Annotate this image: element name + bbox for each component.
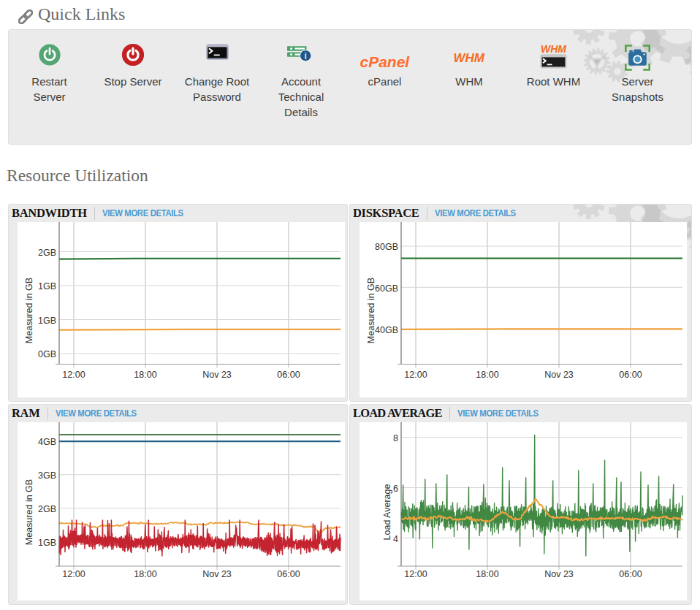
svg-text:06:00: 06:00: [619, 370, 642, 380]
svg-text:Nov 23: Nov 23: [202, 569, 232, 579]
svg-text:06:00: 06:00: [277, 569, 300, 579]
svg-text:1GB: 1GB: [38, 538, 56, 548]
svg-text:60GB: 60GB: [375, 283, 398, 294]
svg-text:18:00: 18:00: [134, 569, 156, 579]
svg-text:2GB: 2GB: [38, 504, 56, 514]
svg-text:Nov 23: Nov 23: [544, 370, 574, 380]
svg-text:12:00: 12:00: [62, 370, 85, 380]
svg-text:12:00: 12:00: [404, 370, 427, 380]
svg-text:0GB: 0GB: [38, 349, 56, 359]
svg-text:6: 6: [393, 484, 398, 494]
svg-text:1GB: 1GB: [38, 316, 56, 326]
svg-text:18:00: 18:00: [134, 370, 156, 380]
svg-text:Measured in GB: Measured in GB: [24, 278, 34, 343]
svg-text:12:00: 12:00: [404, 569, 427, 579]
svg-text:4: 4: [393, 534, 398, 544]
svg-text:2GB: 2GB: [38, 248, 56, 258]
svg-text:Nov 23: Nov 23: [202, 370, 232, 380]
svg-text:18:00: 18:00: [476, 569, 498, 579]
svg-text:Measured in GB: Measured in GB: [24, 479, 34, 545]
svg-text:06:00: 06:00: [619, 569, 642, 579]
svg-text:18:00: 18:00: [476, 370, 498, 380]
svg-text:12:00: 12:00: [62, 569, 85, 579]
svg-text:i: i: [304, 51, 306, 61]
svg-text:Nov 23: Nov 23: [544, 569, 574, 579]
svg-text:1GB: 1GB: [38, 281, 56, 291]
svg-text:06:00: 06:00: [277, 370, 300, 380]
svg-text:3GB: 3GB: [38, 470, 56, 481]
svg-text:8: 8: [393, 433, 398, 443]
svg-text:4GB: 4GB: [38, 437, 56, 447]
svg-text:Load Average: Load Average: [382, 484, 392, 540]
svg-text:40GB: 40GB: [375, 325, 398, 335]
svg-text:80GB: 80GB: [375, 242, 398, 252]
svg-text:Measured in GB: Measured in GB: [366, 278, 376, 343]
